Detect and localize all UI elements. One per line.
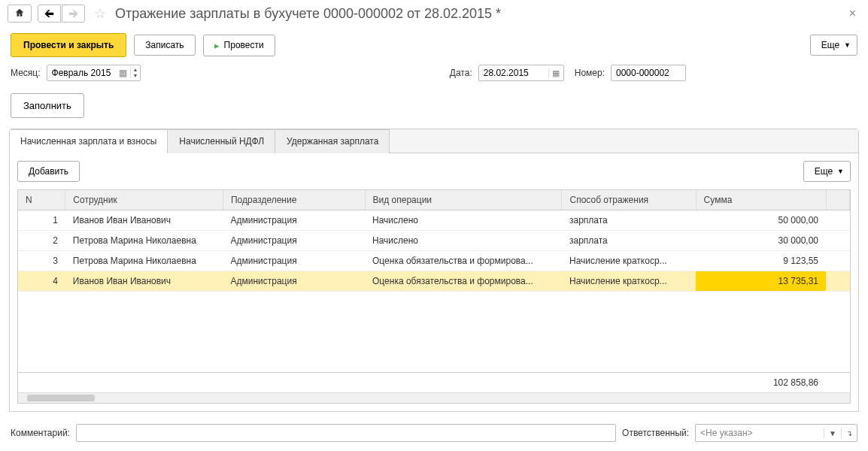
more-label: Еще: [821, 40, 839, 50]
close-button[interactable]: ×: [845, 7, 860, 20]
dropdown-icon[interactable]: ▼: [824, 428, 841, 439]
chevron-down-icon: ▼: [844, 41, 851, 49]
comment-label: Комментарий:: [11, 428, 70, 438]
table-row[interactable]: 1 Иванов Иван Иванович Администрация Нач…: [18, 210, 850, 231]
tab-accrued-salary[interactable]: Начисленная зарплата и взносы: [10, 129, 168, 153]
date-input[interactable]: [479, 65, 548, 80]
favorite-star-icon[interactable]: ☆: [94, 5, 106, 22]
col-method[interactable]: Способ отражения: [562, 190, 696, 210]
add-row-button[interactable]: Добавить: [17, 161, 80, 182]
date-field[interactable]: ▦: [478, 65, 564, 81]
post-label: Провести: [224, 40, 264, 50]
table-more-button[interactable]: Еще ▼: [803, 161, 851, 182]
save-button[interactable]: Записать: [134, 35, 195, 56]
comment-input[interactable]: [76, 424, 616, 442]
responsible-input[interactable]: [696, 425, 824, 441]
responsible-label: Ответственный:: [622, 428, 689, 438]
table-more-label: Еще: [815, 166, 833, 177]
number-input[interactable]: [611, 65, 686, 81]
table-row[interactable]: 3 Петрова Марина Николаевна Администраци…: [18, 251, 850, 271]
table-row-selected[interactable]: 4 Иванов Иван Иванович Администрация Оце…: [18, 271, 850, 292]
fill-button[interactable]: Заполнить: [11, 93, 84, 118]
col-sum[interactable]: Сумма: [696, 190, 826, 210]
home-button[interactable]: [8, 5, 32, 23]
page-title: Отражение зарплаты в бухучете 0000-00000…: [115, 6, 501, 22]
month-picker[interactable]: ▦ ▲ ▼: [47, 65, 141, 81]
number-label: Номер:: [575, 68, 605, 78]
post-button[interactable]: ▸ Провести: [203, 35, 275, 56]
tab-ndfl[interactable]: Начисленный НДФЛ: [168, 129, 275, 153]
tabs: Начисленная зарплата и взносы Начисленны…: [10, 129, 858, 153]
col-department[interactable]: Подразделение: [223, 190, 365, 210]
arrow-right-icon: 🡲: [68, 8, 78, 20]
table-footer-row: 102 858,86: [18, 373, 850, 393]
scroll-thumb[interactable]: [27, 395, 95, 401]
month-input[interactable]: [47, 65, 117, 80]
salary-table[interactable]: N Сотрудник Подразделение Вид операции С…: [18, 190, 850, 392]
tab-withheld[interactable]: Удержанная зарплата: [275, 129, 390, 153]
calendar-icon[interactable]: ▦: [548, 68, 563, 78]
total-sum: 102 858,86: [696, 373, 826, 393]
month-down-icon[interactable]: ▼: [131, 73, 141, 79]
nav-forward-button[interactable]: 🡲: [62, 5, 85, 23]
col-extra: [826, 190, 850, 210]
open-icon[interactable]: ↴: [841, 428, 857, 439]
horizontal-scrollbar[interactable]: [18, 392, 850, 403]
table-row[interactable]: 2 Петрова Марина Николаевна Администраци…: [18, 231, 850, 251]
month-label: Месяц:: [11, 68, 41, 78]
col-n[interactable]: N: [18, 190, 65, 210]
post-and-close-button[interactable]: Провести и закрыть: [11, 33, 126, 57]
post-icon: ▸: [214, 40, 220, 51]
home-icon: [14, 8, 25, 20]
nav-back-button[interactable]: 🡰: [38, 5, 61, 23]
calendar-icon[interactable]: ▦: [117, 68, 130, 78]
month-up-icon[interactable]: ▲: [131, 67, 141, 73]
chevron-down-icon: ▼: [837, 168, 844, 175]
arrow-left-icon: 🡰: [44, 8, 54, 20]
date-label: Дата:: [450, 68, 472, 78]
col-employee[interactable]: Сотрудник: [65, 190, 223, 210]
col-operation[interactable]: Вид операции: [365, 190, 562, 210]
more-button[interactable]: Еще ▼: [810, 35, 857, 56]
